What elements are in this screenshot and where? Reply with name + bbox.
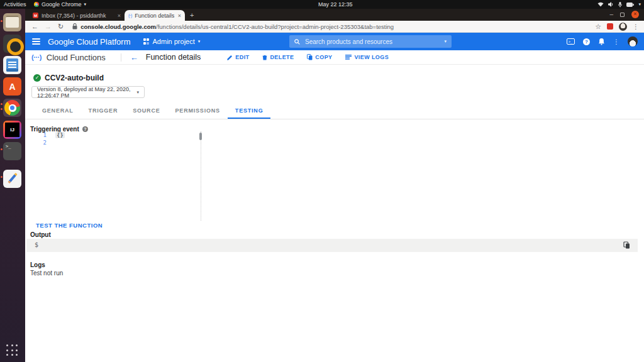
view-logs-button[interactable]: VIEW LOGS (345, 54, 389, 60)
function-status-row: ✓ CCV2-auto-build (33, 74, 104, 82)
ubuntu-top-bar: Activities Google Chrome ▾ May 22 12:35 … (0, 0, 644, 9)
output-box: $ (26, 239, 638, 252)
tab-trigger[interactable]: TRIGGER (81, 103, 126, 119)
browser-menu-icon[interactable]: ⋮ (633, 23, 639, 30)
product-subheader: (···) Cloud Functions ← Function details… (25, 50, 644, 65)
pencil-icon (227, 55, 233, 60)
project-selector[interactable]: Admin project ▾ (143, 38, 201, 45)
notifications-bell-icon[interactable] (598, 38, 605, 45)
tab-function-details[interactable]: (··) Function details – Cloud F × (125, 10, 185, 21)
browser-toolbar: ← → ↻ console.cloud.google.com/functions… (25, 21, 644, 33)
tab-permissions[interactable]: PERMISSIONS (168, 103, 228, 119)
rhythmbox-icon[interactable] (3, 35, 21, 53)
browser-tab-strip: M Inbox (7,354) - psiddarthk × (··) Func… (25, 9, 644, 21)
google-chrome-icon[interactable] (3, 99, 21, 117)
search-icon (294, 39, 300, 45)
gcp-search-bar[interactable]: Search products and resources ▾ (289, 35, 452, 48)
output-prompt: $ (35, 241, 38, 248)
chrome-icon (34, 2, 39, 7)
gcp-brand[interactable]: Google Cloud Platform (48, 37, 131, 47)
cloud-functions-favicon: (··) (128, 13, 131, 18)
logs-status-text: Test not run (30, 270, 63, 277)
app-menu-label: Google Chrome (42, 1, 82, 8)
tab-gmail-inbox[interactable]: M Inbox (7,354) - psiddarthk × (29, 10, 125, 21)
copy-output-icon[interactable] (623, 241, 630, 249)
close-window-button[interactable]: × (631, 11, 639, 18)
gcp-header-actions: >_ ? ⋮ (567, 36, 638, 47)
notification-dot (1, 108, 3, 110)
chevron-down-icon: ▾ (638, 2, 641, 7)
lock-icon (72, 23, 77, 30)
chrome-logo (4, 100, 20, 116)
url-path[interactable]: /functions/details/us-central1/CCV2-auto… (156, 23, 394, 30)
ubuntu-dock: A IJ >_ (0, 9, 25, 362)
version-dropdown-value: Version 8, deployed at May 22, 2020, 12:… (37, 86, 136, 99)
output-label: Output (30, 231, 51, 238)
libreoffice-writer-icon[interactable] (3, 56, 21, 74)
volume-icon (608, 2, 614, 7)
toolbar-right: ☆ ⋮ (595, 23, 639, 31)
chevron-down-icon: ▾ (136, 90, 139, 95)
logs-list-icon (345, 55, 352, 60)
forward-button[interactable]: → (45, 23, 52, 30)
tab-testing[interactable]: TESTING (228, 103, 271, 119)
reload-button[interactable]: ↻ (58, 23, 64, 31)
editor-line: 2 (36, 139, 201, 146)
terminal-icon[interactable]: >_ (3, 142, 21, 160)
close-tab-icon[interactable]: × (178, 13, 181, 19)
back-button[interactable]: ← (31, 23, 38, 30)
notification-dot (1, 103, 3, 105)
editor-code: {} (55, 132, 65, 138)
function-details-page: ✓ CCV2-auto-build Version 8, deployed at… (25, 65, 644, 362)
status-ok-icon: ✓ (33, 74, 41, 82)
delete-button[interactable]: DELETE (262, 54, 294, 60)
copy-icon (307, 54, 313, 60)
wifi-icon (597, 2, 604, 7)
editor-line: 1 {} (36, 131, 201, 139)
clock[interactable]: May 22 12:35 (318, 1, 353, 8)
line-number: 1 (36, 132, 47, 138)
text-editor-icon[interactable] (3, 170, 21, 188)
version-dropdown[interactable]: Version 8, deployed at May 22, 2020, 12:… (31, 86, 145, 98)
close-tab-icon[interactable]: × (118, 13, 121, 19)
copy-button[interactable]: COPY (307, 54, 332, 60)
hamburger-menu-icon[interactable] (32, 38, 40, 45)
extension-icon[interactable] (607, 23, 613, 30)
intellij-idea-icon[interactable]: IJ (3, 121, 21, 139)
browser-profile-avatar[interactable] (619, 23, 627, 31)
tab-general[interactable]: GENERAL (35, 103, 81, 119)
url-host[interactable]: console.cloud.google.com (80, 23, 156, 30)
gcp-header: Google Cloud Platform Admin project ▾ Se… (25, 33, 644, 50)
cloud-shell-icon[interactable]: >_ (567, 38, 575, 45)
system-tray[interactable]: ▾ (597, 2, 641, 8)
battery-icon (626, 3, 634, 7)
triggering-event-editor[interactable]: 1 {} 2 (36, 131, 201, 221)
cloud-functions-logo-icon: (···) (31, 53, 42, 61)
window-controls: – × (609, 11, 639, 18)
editor-scrollbar[interactable] (199, 133, 202, 140)
function-tabs: GENERAL TRIGGER SOURCE PERMISSIONS TESTI… (25, 103, 644, 119)
ubuntu-software-icon[interactable]: A (3, 77, 21, 96)
test-the-function-button[interactable]: TEST THE FUNCTION (36, 222, 103, 229)
search-placeholder: Search products and resources (305, 38, 392, 45)
bookmark-star-icon[interactable]: ☆ (595, 23, 601, 31)
gcp-account-avatar[interactable] (628, 36, 638, 47)
show-applications-icon[interactable] (6, 344, 19, 357)
product-name[interactable]: Cloud Functions (47, 53, 106, 62)
help-icon[interactable]: ? (583, 38, 590, 45)
edit-button[interactable]: EDIT (227, 54, 249, 60)
divider (121, 53, 121, 62)
back-arrow-icon[interactable]: ← (130, 53, 138, 62)
tab-title: Function details – Cloud F (135, 13, 174, 19)
project-name: Admin project (153, 38, 195, 45)
restore-button[interactable] (620, 13, 625, 17)
files-icon[interactable] (3, 13, 21, 31)
app-menu[interactable]: Google Chrome ▾ (34, 1, 86, 8)
activities-button[interactable]: Activities (4, 1, 26, 8)
chevron-down-icon: ▾ (198, 39, 201, 44)
tab-source[interactable]: SOURCE (125, 103, 167, 119)
gcp-overflow-menu-icon[interactable]: ⋮ (613, 38, 619, 45)
new-tab-button[interactable]: + (190, 11, 194, 19)
minimize-button[interactable]: – (609, 12, 613, 17)
page-title: Function details (146, 53, 201, 62)
